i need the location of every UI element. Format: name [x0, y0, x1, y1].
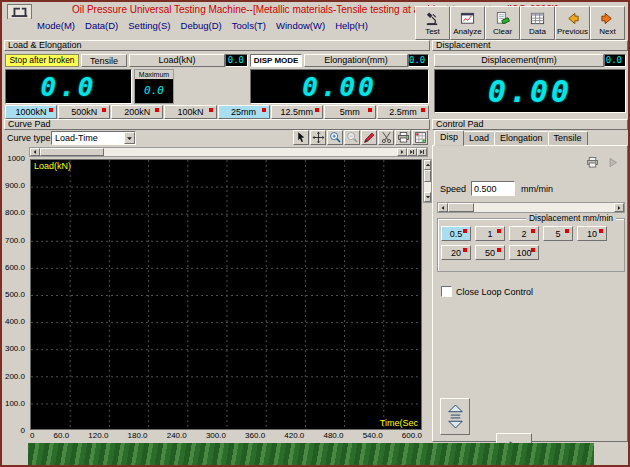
- x-axis-labels: 060.0120.0180.0240.0300.0360.0420.0480.0…: [30, 431, 422, 441]
- speed-0.5-button[interactable]: 0.5: [441, 226, 471, 241]
- speed-label: Speed: [440, 184, 466, 194]
- indicator-dot: [565, 229, 569, 233]
- tab-tensile[interactable]: Tensile: [548, 131, 588, 146]
- toolbar-data-button[interactable]: Data: [520, 6, 555, 40]
- tab-disp[interactable]: Disp: [434, 130, 464, 146]
- speed-group: Displacement mm/min 0.5125102050100: [437, 218, 625, 272]
- toolbar-next-button[interactable]: Next: [590, 6, 625, 40]
- control-pad-title: Control Pad: [436, 119, 484, 129]
- toolbar-analyze-button[interactable]: Analyze: [450, 6, 485, 40]
- scroll-left-button[interactable]: [30, 148, 40, 156]
- scroll-down-button[interactable]: [424, 192, 431, 202]
- speed-100-button[interactable]: 100: [509, 245, 539, 260]
- menu-tools-t[interactable]: Tools(T): [227, 19, 271, 32]
- x-tick-label: 0: [30, 431, 34, 441]
- slider-track[interactable]: [448, 203, 614, 212]
- close-loop-row[interactable]: Close Loop Control: [441, 286, 533, 297]
- print-icon[interactable]: [586, 156, 599, 169]
- chart-v-scrollbar[interactable]: [423, 159, 432, 203]
- menu-mode-m[interactable]: Mode(M): [32, 19, 80, 32]
- y-tick-label: 400.0: [5, 317, 25, 326]
- tab-load[interactable]: Load: [463, 131, 495, 146]
- pen-icon[interactable]: [361, 130, 377, 145]
- end-right-button[interactable]: [417, 148, 427, 156]
- scroll-right-button[interactable]: [397, 148, 407, 156]
- curve-type-dropdown[interactable]: Load-Time: [51, 131, 136, 145]
- tensile-button[interactable]: Tensile: [81, 54, 127, 67]
- toolbar-test-button[interactable]: Test: [415, 6, 450, 40]
- stop-after-broken-button[interactable]: Stop after broken: [5, 54, 79, 67]
- h-scrollbar-track[interactable]: [40, 148, 397, 156]
- h-scrollbar-thumb[interactable]: [40, 148, 104, 156]
- x-tick-label: 240.0: [167, 431, 187, 441]
- speed-input[interactable]: [471, 181, 515, 196]
- dropdown-arrow-button[interactable]: [124, 132, 135, 144]
- x-tick-label: 60.0: [54, 431, 70, 441]
- speed-1-button[interactable]: 1: [475, 226, 505, 241]
- range-1000kn-button[interactable]: 1000kN: [5, 105, 57, 119]
- menu-window-w[interactable]: Window(W): [271, 19, 330, 32]
- play-icon[interactable]: [606, 156, 619, 169]
- move-icon[interactable]: [310, 130, 326, 145]
- cut-icon[interactable]: [378, 130, 394, 145]
- up-arrow-icon: [425, 162, 431, 168]
- cursor-icon[interactable]: [293, 130, 309, 145]
- v-scrollbar-thumb[interactable]: [424, 170, 431, 182]
- zoom-in-icon[interactable]: [327, 130, 343, 145]
- menu-setting-s[interactable]: Setting(S): [123, 19, 175, 32]
- export-icon[interactable]: [412, 130, 428, 145]
- tab-elongation[interactable]: Elongation: [494, 131, 549, 146]
- series-label: Load(kN): [34, 161, 71, 171]
- right-arrow-icon: [399, 149, 405, 155]
- range-200kn-button[interactable]: 200kN: [111, 105, 163, 119]
- close-loop-checkbox[interactable]: [441, 286, 452, 297]
- jog-updown-button[interactable]: [440, 398, 470, 435]
- step-right-icon: [409, 149, 415, 155]
- app-window: Oil Pressure Universal Testing Machine--…: [0, 0, 630, 467]
- x-tick-label: 600.0: [402, 431, 422, 441]
- disp-mode-indicator: DISP MODE: [250, 54, 302, 67]
- load-main-display: 0.0: [5, 69, 132, 104]
- toolbar-previous-button[interactable]: Previous: [555, 6, 590, 40]
- slider-right-button[interactable]: [614, 203, 624, 212]
- zoom-out-icon[interactable]: [344, 130, 360, 145]
- v-scrollbar-track[interactable]: [424, 170, 431, 192]
- chart-h-scrollbar[interactable]: [29, 147, 428, 157]
- clear-icon: [495, 11, 510, 26]
- x-tick-label: 180.0: [128, 431, 148, 441]
- range-2.5mm-button[interactable]: 2.5mm: [377, 105, 429, 119]
- toolbar-clear-button[interactable]: Clear: [485, 6, 520, 40]
- step-right-button[interactable]: [407, 148, 417, 156]
- speed-5-button[interactable]: 5: [543, 226, 573, 241]
- range-5mm-button[interactable]: 5mm: [324, 105, 376, 119]
- right-arrow-icon: [616, 205, 622, 211]
- y-tick-label: 900.0: [5, 181, 25, 190]
- slider-thumb[interactable]: [448, 203, 474, 212]
- y-tick-label: 600.0: [5, 263, 25, 272]
- displacement-main-display: 0.00: [434, 69, 626, 113]
- range-12.5mm-button[interactable]: 12.5mm: [271, 105, 323, 119]
- displacement-panel: Displacement(mm) 0.0 0.00: [432, 52, 628, 119]
- slider-left-button[interactable]: [438, 203, 448, 212]
- indicator-dot: [262, 108, 266, 112]
- indicator-dot: [315, 108, 319, 112]
- speed-20-button[interactable]: 20: [441, 245, 471, 260]
- control-page: Speed mm/min Displacement mm/min 0.51251…: [432, 145, 628, 442]
- indicator-dot: [155, 108, 159, 112]
- speed-2-button[interactable]: 2: [509, 226, 539, 241]
- scroll-up-button[interactable]: [424, 160, 431, 170]
- speed-buttons: 0.5125102050100: [438, 219, 624, 260]
- range-100kn-button[interactable]: 100kN: [164, 105, 216, 119]
- y-tick-label: 1000: [7, 154, 25, 163]
- menu-help-h[interactable]: Help(H): [330, 19, 373, 32]
- range-25mm-button[interactable]: 25mm: [218, 105, 270, 119]
- range-500kn-button[interactable]: 500kN: [58, 105, 110, 119]
- print-icon[interactable]: [395, 130, 411, 145]
- speed-10-button[interactable]: 10: [577, 226, 607, 241]
- menu-debug-d[interactable]: Debug(D): [176, 19, 227, 32]
- elongation-value-display: 0.0: [408, 54, 429, 67]
- speed-slider[interactable]: [437, 202, 625, 213]
- menu-data-d[interactable]: Data(D): [80, 19, 123, 32]
- speed-50-button[interactable]: 50: [475, 245, 505, 260]
- range-buttons: 1000kN500kN200kN100kN25mm12.5mm5mm2.5mm: [5, 105, 429, 119]
